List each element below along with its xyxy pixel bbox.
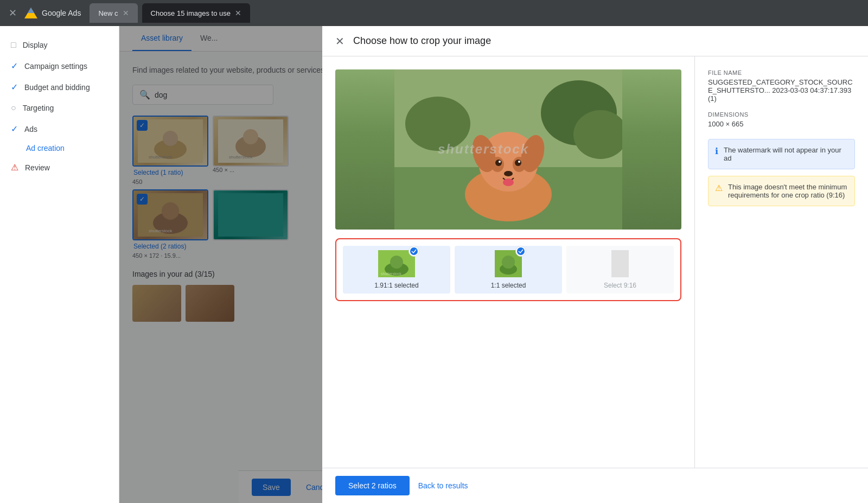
sidebar-item-ads-label: Ads [24, 125, 37, 133]
dimensions-label: Dimensions [708, 111, 855, 118]
sidebar-item-ad-creation-label: Ad creation [26, 144, 65, 152]
svg-point-26 [499, 161, 501, 163]
ratio-1-1-label: 1:1 selected [491, 282, 526, 289]
campaign-settings-icon: ✓ [11, 61, 18, 71]
ratio-option-9-16[interactable]: Select 9:16 [566, 246, 674, 294]
modal-body: shutterstock [322, 56, 868, 468]
sidebar-item-campaign-settings[interactable]: ✓ Campaign settings [0, 55, 119, 77]
svg-rect-42 [611, 250, 629, 277]
choose-images-tab-label: Choose 15 images to use [151, 9, 231, 17]
modal-close-button[interactable]: ✕ [335, 35, 344, 48]
svg-point-41 [517, 247, 525, 255]
new-campaign-tab-label: New c [98, 9, 118, 17]
svg-text:shutterstock: shutterstock [438, 142, 529, 156]
ratio-option-1-91[interactable]: shutterstock 1.91:1 s [343, 246, 450, 294]
sidebar-item-display-label: Display [23, 41, 48, 49]
google-ads-logo-icon [23, 5, 39, 21]
sidebar-item-targeting-label: Targeting [23, 104, 54, 112]
google-ads-tab-label: Google Ads [42, 9, 81, 17]
watermark-notice: ℹ The watermark will not appear in your … [708, 139, 855, 169]
sidebar-item-budget-bidding-label: Budget and bidding [24, 83, 90, 92]
watermark-notice-text: The watermark will not appear in your ad [724, 146, 848, 162]
sidebar-item-display[interactable]: □ Display [0, 35, 119, 55]
sidebar-item-review[interactable]: ⚠ Review [0, 157, 119, 178]
ratio-option-1-1[interactable]: 1:1 selected [455, 246, 562, 294]
sidebar-item-ads[interactable]: ✓ Ads [0, 118, 119, 139]
main-layout: □ Display ✓ Campaign settings ✓ Budget a… [0, 26, 868, 503]
browser-close-button[interactable]: ✕ [7, 5, 19, 21]
modal-footer: Select 2 ratios Back to results [322, 468, 868, 503]
sidebar-item-campaign-settings-label: Campaign settings [24, 62, 87, 71]
ads-icon: ✓ [11, 124, 18, 134]
svg-point-25 [515, 160, 521, 166]
select-ratios-button[interactable]: Select 2 ratios [335, 476, 410, 495]
ratio-thumb-9-16 [611, 250, 629, 277]
warning-triangle-icon: ⚠ [715, 183, 723, 193]
check-circle-1-1-icon [517, 247, 525, 255]
crop-warning-text: This image doesn't meet the minimum requ… [728, 183, 848, 199]
crop-warning-notice: ⚠ This image doesn't meet the minimum re… [708, 176, 855, 206]
ratio-thumb-9-16-wrapper [611, 250, 629, 277]
main-image-container: shutterstock [335, 69, 681, 230]
svg-marker-1 [28, 8, 34, 13]
sidebar-item-targeting[interactable]: ○ Targeting [0, 98, 119, 118]
browser-chrome: ✕ Google Ads New c ✕ Choose 15 images to… [0, 0, 868, 26]
new-campaign-tab-close[interactable]: ✕ [123, 9, 129, 17]
display-icon: □ [11, 40, 16, 50]
info-side: File name SUGGESTED_CATEGORY_STOCK_SOURC… [694, 56, 868, 468]
content-area: Asset library We... Find images related … [119, 26, 868, 503]
sidebar: □ Display ✓ Campaign settings ✓ Budget a… [0, 26, 119, 503]
choose-images-tab[interactable]: Choose 15 images to use ✕ [142, 3, 250, 23]
svg-point-27 [518, 161, 520, 163]
modal-header: ✕ Choose how to crop your image [322, 26, 868, 56]
svg-point-40 [502, 256, 515, 269]
svg-text:shutterstock: shutterstock [381, 272, 401, 276]
sidebar-item-budget-bidding[interactable]: ✓ Budget and bidding [0, 77, 119, 98]
ratio-thumb-1-1-wrapper [495, 250, 522, 277]
new-campaign-tab[interactable]: New c ✕ [90, 3, 137, 23]
sidebar-item-ad-creation[interactable]: Ad creation [0, 139, 119, 157]
ratio-9-16-label: Select 9:16 [604, 282, 636, 289]
main-dog-image-icon: shutterstock [394, 69, 622, 230]
svg-point-37 [410, 247, 418, 255]
sidebar-item-review-label: Review [25, 163, 50, 172]
dimensions-value: 1000 × 665 [708, 120, 855, 128]
ratio-1-1-check-icon [515, 246, 526, 257]
ratio-thumb-1-91-wrapper: shutterstock [378, 250, 415, 277]
crop-ratios-container: shutterstock 1.91:1 s [335, 238, 681, 301]
targeting-icon: ○ [11, 103, 16, 113]
main-image-bg: shutterstock [335, 69, 681, 230]
modal-title: Choose how to crop your image [353, 35, 491, 47]
crop-modal: ✕ Choose how to crop your image [322, 26, 868, 503]
svg-point-29 [503, 179, 514, 186]
svg-point-35 [390, 256, 403, 269]
file-name-value: SUGGESTED_CATEGORY_STOCK_SOURCE_SHUTTERS… [708, 78, 855, 103]
svg-point-28 [504, 171, 513, 176]
image-preview-side: shutterstock [322, 56, 694, 468]
back-to-results-button[interactable]: Back to results [418, 481, 468, 490]
choose-images-tab-close[interactable]: ✕ [235, 9, 241, 17]
ratio-9-16-preview-icon [611, 250, 629, 277]
info-circle-icon: ℹ [715, 146, 718, 156]
file-name-label: File name [708, 69, 855, 76]
review-icon: ⚠ [11, 162, 18, 173]
budget-bidding-icon: ✓ [11, 82, 18, 92]
svg-point-24 [495, 160, 502, 166]
check-circle-icon [410, 247, 418, 255]
ratio-1-91-check-icon [409, 246, 419, 257]
ratio-1-91-label: 1.91:1 selected [374, 282, 418, 289]
